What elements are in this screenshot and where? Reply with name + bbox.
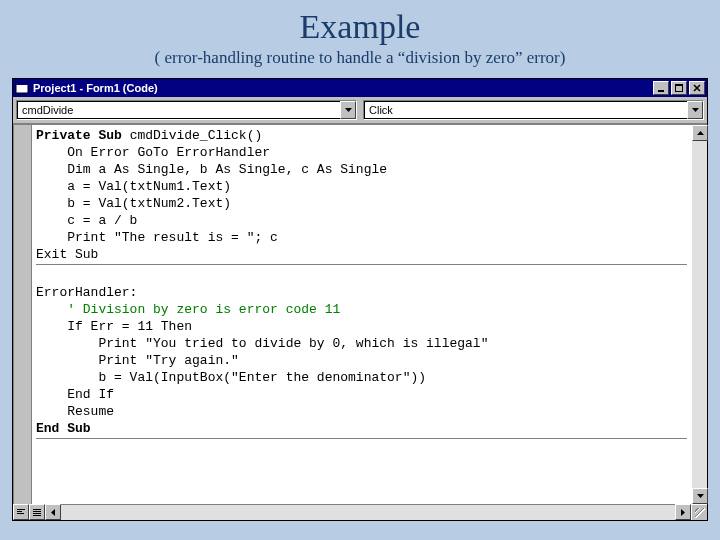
vertical-scrollbar[interactable] — [691, 125, 707, 504]
code-text[interactable]: Private Sub cmdDivide_Click() On Error G… — [32, 125, 691, 504]
maximize-button[interactable] — [671, 81, 687, 95]
code-span: Print "The result is = "; c — [36, 230, 278, 245]
code-span: Dim a As Single, b As Single, c As Singl… — [36, 162, 387, 177]
titlebar: Project1 - Form1 (Code) — [13, 79, 707, 97]
chevron-down-icon[interactable] — [687, 101, 703, 119]
full-module-view-button[interactable] — [29, 504, 45, 520]
close-button[interactable] — [689, 81, 705, 95]
code-span: ErrorHandler: — [36, 285, 137, 300]
scroll-track[interactable] — [692, 141, 707, 488]
code-span: c = a / b — [36, 213, 137, 228]
scroll-right-button[interactable] — [675, 504, 691, 520]
svg-rect-4 — [675, 84, 683, 86]
scroll-up-button[interactable] — [692, 125, 708, 141]
chevron-down-icon[interactable] — [340, 101, 356, 119]
code-keyword: Private Sub — [36, 128, 122, 143]
procedure-separator — [36, 264, 687, 265]
code-keyword: End Sub — [36, 421, 91, 436]
code-span: Print "You tried to divide by 0, which i… — [36, 336, 488, 351]
code-span: b = Val(InputBox("Enter the denominator"… — [36, 370, 426, 385]
object-dropdown[interactable]: cmdDivide — [16, 100, 357, 120]
code-span: Print "Try again." — [36, 353, 239, 368]
svg-rect-9 — [33, 511, 41, 512]
svg-rect-1 — [16, 83, 28, 85]
procedure-view-button[interactable] — [13, 504, 29, 520]
svg-rect-2 — [658, 90, 664, 92]
horizontal-scrollbar[interactable] — [61, 504, 675, 520]
svg-rect-8 — [33, 509, 41, 510]
ide-code-window: Project1 - Form1 (Code) cmdDivide Click — [12, 78, 708, 521]
resize-grip[interactable] — [691, 504, 707, 520]
code-span: On Error GoTo ErrorHandler — [36, 145, 270, 160]
svg-rect-7 — [17, 513, 24, 514]
svg-rect-11 — [33, 515, 41, 516]
app-icon — [15, 81, 29, 95]
code-span: cmdDivide_Click() — [122, 128, 262, 143]
scroll-down-button[interactable] — [692, 488, 708, 504]
procedure-dropdown[interactable]: Click — [363, 100, 704, 120]
code-span: a = Val(txtNum1.Text) — [36, 179, 231, 194]
procedure-separator — [36, 438, 687, 439]
code-span: b = Val(txtNum2.Text) — [36, 196, 231, 211]
slide-title: Example — [0, 8, 720, 46]
object-dropdown-value: cmdDivide — [17, 101, 340, 119]
scroll-left-button[interactable] — [45, 504, 61, 520]
slide-subtitle: ( error-handling routine to handle a “di… — [0, 48, 720, 68]
svg-rect-10 — [33, 513, 41, 514]
svg-rect-6 — [17, 511, 22, 512]
code-span: Resume — [36, 404, 114, 419]
procedure-dropdown-value: Click — [364, 101, 687, 119]
minimize-button[interactable] — [653, 81, 669, 95]
margin-indicator-bar — [14, 125, 32, 504]
code-comment: ' Division by zero is error code 11 — [36, 302, 340, 317]
svg-rect-5 — [17, 509, 25, 510]
bottom-bar — [13, 504, 707, 520]
code-span: Exit Sub — [36, 247, 98, 262]
object-procedure-selectors: cmdDivide Click — [13, 97, 707, 124]
window-title: Project1 - Form1 (Code) — [33, 82, 653, 94]
code-span: End If — [36, 387, 114, 402]
code-editor[interactable]: Private Sub cmdDivide_Click() On Error G… — [13, 124, 707, 504]
code-span: If Err = 11 Then — [36, 319, 192, 334]
